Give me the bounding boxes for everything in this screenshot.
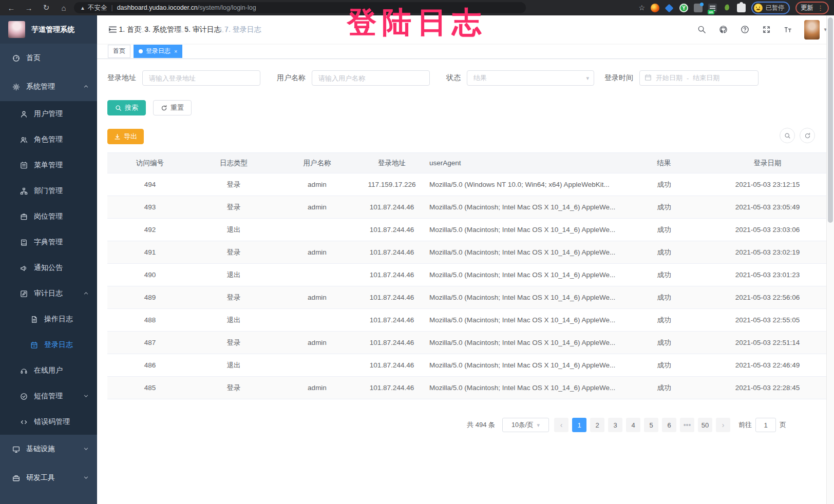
table-cell: Mozilla/5.0 (Macintosh; Intel Mac OS X 1… bbox=[424, 196, 619, 219]
table-cell: 2021-05-03 22:51:14 bbox=[709, 332, 826, 354]
export-button[interactable]: 导出 bbox=[107, 129, 144, 144]
sidebar: 芋道管理系统 首页系统管理用户管理角色管理菜单管理部门管理岗位管理字典管理通知公… bbox=[0, 15, 97, 504]
prev-page-button[interactable]: ‹ bbox=[554, 418, 568, 432]
fullscreen-icon[interactable] bbox=[761, 25, 771, 35]
chevron-down-icon: ▾ bbox=[537, 422, 540, 429]
sidebar-item-label: 系统管理 bbox=[26, 82, 55, 91]
sidebar-item-label: 首页 bbox=[26, 53, 41, 63]
table-cell: 成功 bbox=[619, 354, 709, 377]
table-cell: 101.87.244.46 bbox=[359, 332, 424, 354]
sidebar-item-post[interactable]: 岗位管理 bbox=[0, 204, 97, 229]
browser-home-icon[interactable]: ⌂ bbox=[59, 3, 69, 13]
table-cell: Mozilla/5.0 (Macintosh; Intel Mac OS X 1… bbox=[424, 241, 619, 264]
login-address-input[interactable] bbox=[149, 74, 254, 82]
page-button-6[interactable]: 6 bbox=[662, 418, 676, 432]
window-scrollbar[interactable] bbox=[826, 15, 834, 504]
sidebar-item-menu[interactable]: 菜单管理 bbox=[0, 152, 97, 178]
search-button[interactable]: 搜索 bbox=[107, 100, 146, 115]
sidebar-item-login-log[interactable]: 登录日志 bbox=[0, 332, 97, 358]
user-avatar-menu[interactable]: ▾ bbox=[804, 20, 827, 40]
chevron-down-icon bbox=[83, 474, 89, 482]
table-cell: 493 bbox=[107, 196, 193, 219]
sidebar-item-infra[interactable]: 基础设施 bbox=[0, 435, 97, 463]
browser-update-button[interactable]: 更新 ⋮ bbox=[795, 2, 829, 14]
username-input-wrap bbox=[312, 70, 430, 86]
extension-gem-icon[interactable] bbox=[665, 4, 674, 12]
extension-y-icon[interactable]: Y bbox=[679, 4, 688, 12]
refresh-button[interactable] bbox=[800, 128, 815, 143]
sidebar-item-user[interactable]: 用户管理 bbox=[0, 101, 97, 127]
page-button-5[interactable]: 5 bbox=[644, 418, 658, 432]
font-size-icon[interactable] bbox=[783, 25, 793, 35]
bookmark-star-icon[interactable]: ☆ bbox=[638, 4, 645, 12]
table-cell: 2021-05-03 22:55:05 bbox=[709, 309, 826, 332]
sidebar-item-online-user[interactable]: 在线用户 bbox=[0, 358, 97, 383]
sidebar-item-dict[interactable]: 字典管理 bbox=[0, 229, 97, 255]
login-log-table: 访问编号日志类型用户名称登录地址userAgent结果登录日期 494登录adm… bbox=[107, 152, 826, 399]
hamburger-icon[interactable] bbox=[108, 25, 118, 34]
github-icon[interactable] bbox=[718, 25, 728, 35]
pager-more-button[interactable]: ••• bbox=[680, 418, 694, 432]
page-button-50[interactable]: 50 bbox=[698, 418, 712, 432]
page-button-4[interactable]: 4 bbox=[626, 418, 640, 432]
security-label: 不安全 bbox=[88, 4, 107, 12]
login-address-label: 登录地址 bbox=[107, 73, 136, 83]
sidebar-item-operation-log[interactable]: 操作日志 bbox=[0, 306, 97, 332]
search-icon[interactable] bbox=[696, 25, 707, 35]
extensions-puzzle-icon[interactable] bbox=[737, 4, 746, 12]
extension-grid-icon[interactable] bbox=[694, 4, 703, 12]
login-time-label: 登录时间 bbox=[604, 73, 633, 83]
breadcrumb-item[interactable]: 系统管理 bbox=[153, 25, 181, 34]
toggle-search-button[interactable] bbox=[780, 128, 795, 143]
next-page-button[interactable]: › bbox=[716, 418, 730, 432]
table-cell: 登录 bbox=[193, 173, 275, 196]
sidebar-item-dev-tools[interactable]: 研发工具 bbox=[0, 463, 97, 492]
table-header-row: 访问编号日志类型用户名称登录地址userAgent结果登录日期 bbox=[107, 153, 826, 173]
table-cell: 退出 bbox=[193, 309, 275, 332]
help-icon[interactable] bbox=[740, 25, 750, 35]
username-label: 用户名称 bbox=[277, 73, 306, 83]
chevron-down-icon bbox=[83, 392, 89, 400]
page-button-2[interactable]: 2 bbox=[590, 418, 604, 432]
sidebar-item-system[interactable]: 系统管理 bbox=[0, 72, 97, 101]
page-button-3[interactable]: 3 bbox=[608, 418, 622, 432]
extension-orange-icon[interactable] bbox=[651, 4, 659, 12]
browser-profile-button[interactable]: 已暂停 bbox=[751, 2, 790, 14]
sidebar-item-role[interactable]: 角色管理 bbox=[0, 127, 97, 152]
extension-list-icon[interactable]: on bbox=[708, 4, 717, 12]
sidebar-item-error-code[interactable]: 错误码管理 bbox=[0, 409, 97, 435]
sidebar-item-label: 部门管理 bbox=[34, 186, 63, 196]
table-cell: 488 bbox=[107, 309, 193, 332]
sidebar-item-sms[interactable]: 短信管理 bbox=[0, 383, 97, 409]
page-size-select[interactable]: 10条/页 ▾ bbox=[502, 418, 549, 432]
tag-login-log[interactable]: 登录日志 × bbox=[134, 45, 182, 58]
username-input[interactable] bbox=[318, 74, 423, 82]
sidebar-item-dept[interactable]: 部门管理 bbox=[0, 178, 97, 204]
address-bar[interactable]: ▲ 不安全 | dashboard.yudao.iocoder.cn/syste… bbox=[74, 2, 526, 13]
sidebar-item-home[interactable]: 首页 bbox=[0, 44, 97, 72]
table-cell: 成功 bbox=[619, 332, 709, 354]
sidebar-item-audit-log[interactable]: 审计日志 bbox=[0, 281, 97, 306]
column-header: 日志类型 bbox=[193, 153, 275, 173]
login-address-input-wrap bbox=[142, 70, 260, 86]
page-button-1[interactable]: 1 bbox=[572, 418, 586, 432]
tag-home[interactable]: 首页 bbox=[108, 45, 130, 58]
browser-back-icon[interactable]: ← bbox=[6, 3, 16, 13]
breadcrumb-item[interactable]: 审计日志 bbox=[193, 25, 221, 34]
date-range-picker[interactable]: 开始日期 - 结束日期 bbox=[639, 70, 759, 86]
reset-button[interactable]: 重置 bbox=[153, 100, 192, 115]
app-logo[interactable]: 芋道管理系统 bbox=[0, 15, 97, 44]
goto-page-input[interactable] bbox=[755, 418, 776, 432]
tag-close-icon[interactable]: × bbox=[174, 48, 177, 54]
sidebar-item-notice[interactable]: 通知公告 bbox=[0, 255, 97, 281]
table-cell: 成功 bbox=[619, 173, 709, 196]
table-cell: 490 bbox=[107, 264, 193, 286]
scrollbar-thumb[interactable] bbox=[828, 17, 833, 223]
extension-sprout-icon[interactable] bbox=[723, 4, 731, 12]
status-select[interactable]: 结果 ▾ bbox=[467, 70, 594, 86]
table-cell bbox=[275, 264, 359, 286]
browser-forward-icon[interactable]: → bbox=[24, 3, 34, 13]
table-cell: 2021-05-03 23:12:15 bbox=[709, 173, 826, 196]
browser-reload-icon[interactable]: ↻ bbox=[41, 3, 51, 13]
table-cell: 101.87.244.46 bbox=[359, 219, 424, 241]
